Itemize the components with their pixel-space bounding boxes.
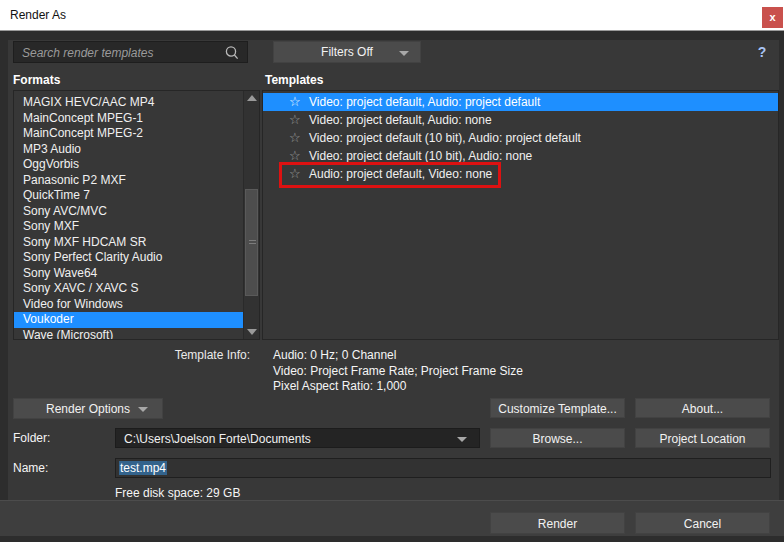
browse-button[interactable]: Browse...	[490, 428, 625, 448]
template-list-item[interactable]: ☆Video: project default (10 bit), Audio:…	[263, 147, 778, 165]
format-list-item[interactable]: Sony Perfect Clarity Audio	[14, 250, 243, 266]
favorite-star-icon[interactable]: ☆	[289, 129, 305, 147]
format-list-item[interactable]: Sony MXF	[14, 219, 243, 235]
folder-label: Folder:	[13, 431, 50, 445]
render-label: Render	[491, 517, 624, 531]
template-info-audio: Audio: 0 Hz; 0 Channel	[273, 348, 523, 364]
filters-button[interactable]: Filters Off	[273, 41, 421, 63]
free-disk-space: Free disk space: 29 GB	[115, 486, 240, 500]
template-list-item[interactable]: ☆Video: project default, Audio: none	[263, 111, 778, 129]
format-list-item[interactable]: MAGIX HEVC/AAC MP4	[14, 95, 243, 111]
search-input[interactable]: Search render templates	[13, 41, 248, 63]
favorite-star-icon[interactable]: ☆	[289, 111, 305, 129]
favorite-star-icon[interactable]: ☆	[289, 93, 305, 111]
format-list-item[interactable]: Panasonic P2 MXF	[14, 173, 243, 189]
folder-combobox[interactable]: C:\Users\Joelson Forte\Documents	[115, 428, 480, 448]
favorite-star-icon[interactable]: ☆	[289, 147, 305, 165]
render-as-dialog: Render As x Search render templates Filt…	[0, 0, 784, 542]
project-location-button[interactable]: Project Location	[635, 428, 770, 448]
format-list-item[interactable]: Sony XAVC / XAVC S	[14, 281, 243, 297]
template-info-video: Video: Project Frame Rate; Project Frame…	[273, 364, 523, 380]
format-list-item[interactable]: MainConcept MPEG-2	[14, 126, 243, 142]
cancel-label: Cancel	[636, 517, 769, 531]
format-list: MAGIX HEVC/AAC MP4MainConcept MPEG-1Main…	[13, 90, 260, 340]
format-list-item[interactable]: Voukoder	[14, 312, 243, 328]
templates-header: Templates	[265, 73, 323, 87]
template-rows: ☆Video: project default, Audio: project …	[263, 93, 778, 183]
about-button[interactable]: About...	[635, 398, 770, 418]
folder-value: C:\Users\Joelson Forte\Documents	[124, 432, 311, 446]
customize-template-button[interactable]: Customize Template...	[490, 398, 625, 418]
render-button[interactable]: Render	[490, 512, 625, 534]
template-label: Video: project default (10 bit), Audio: …	[309, 131, 581, 145]
scroll-up-button[interactable]	[244, 91, 260, 105]
scrollbar-grip-icon	[249, 240, 256, 241]
template-info-lines: Audio: 0 Hz; 0 Channel Video: Project Fr…	[273, 348, 523, 395]
frame-bottom	[0, 536, 784, 542]
name-input[interactable]: test.mp4	[115, 458, 771, 478]
name-input-selected-text: test.mp4	[119, 461, 167, 475]
customize-template-label: Customize Template...	[491, 402, 624, 416]
search-icon	[224, 45, 240, 61]
format-list-item[interactable]: Wave (Microsoft)	[14, 328, 243, 341]
format-list-item[interactable]: Sony Wave64	[14, 266, 243, 282]
format-list-item[interactable]: Sony MXF HDCAM SR	[14, 235, 243, 251]
formats-scrollbar[interactable]	[243, 91, 259, 339]
format-list-item[interactable]: MP3 Audio	[14, 142, 243, 158]
browse-label: Browse...	[491, 432, 624, 446]
search-placeholder: Search render templates	[22, 46, 153, 60]
chevron-down-icon	[457, 437, 467, 442]
template-label: Audio: project default, Video: none	[309, 167, 492, 181]
scrollbar-thumb[interactable]	[245, 189, 258, 296]
close-button[interactable]: x	[762, 7, 783, 28]
template-info-label: Template Info:	[0, 348, 250, 362]
format-rows: MAGIX HEVC/AAC MP4MainConcept MPEG-1Main…	[14, 95, 243, 340]
chevron-down-icon	[399, 51, 409, 56]
template-label: Video: project default, Audio: none	[309, 113, 492, 127]
project-location-label: Project Location	[636, 432, 769, 446]
template-info-par: Pixel Aspect Ratio: 1,000	[273, 379, 523, 395]
frame-top	[0, 31, 784, 40]
template-label: Video: project default (10 bit), Audio: …	[309, 149, 532, 163]
formats-header: Formats	[13, 73, 60, 87]
template-list-item[interactable]: ☆Video: project default, Audio: project …	[263, 93, 778, 111]
template-list-item[interactable]: ☆Video: project default (10 bit), Audio:…	[263, 129, 778, 147]
render-options-button[interactable]: Render Options	[13, 398, 163, 419]
format-list-item[interactable]: QuickTime 7	[14, 188, 243, 204]
frame-right	[779, 31, 784, 542]
triangle-up-icon	[247, 95, 257, 101]
template-list: ☆Video: project default, Audio: project …	[262, 90, 779, 340]
titlebar: Render As x	[0, 0, 784, 31]
triangle-down-icon	[247, 329, 257, 335]
window-title: Render As	[10, 8, 66, 22]
format-list-item[interactable]: Sony AVC/MVC	[14, 204, 243, 220]
name-label: Name:	[13, 461, 48, 475]
template-label: Video: project default, Audio: project d…	[309, 95, 540, 109]
chevron-down-icon	[138, 407, 148, 412]
format-list-item[interactable]: MainConcept MPEG-1	[14, 111, 243, 127]
about-label: About...	[636, 402, 769, 416]
format-list-item[interactable]: Video for Windows	[14, 297, 243, 313]
help-button[interactable]: ?	[753, 44, 771, 62]
format-list-item[interactable]: OggVorbis	[14, 157, 243, 173]
scroll-down-button[interactable]	[244, 325, 260, 339]
cancel-button[interactable]: Cancel	[635, 512, 770, 534]
template-list-item[interactable]: ☆Audio: project default, Video: none	[263, 165, 778, 183]
frame-left	[0, 31, 8, 542]
favorite-star-icon[interactable]: ☆	[289, 165, 305, 183]
